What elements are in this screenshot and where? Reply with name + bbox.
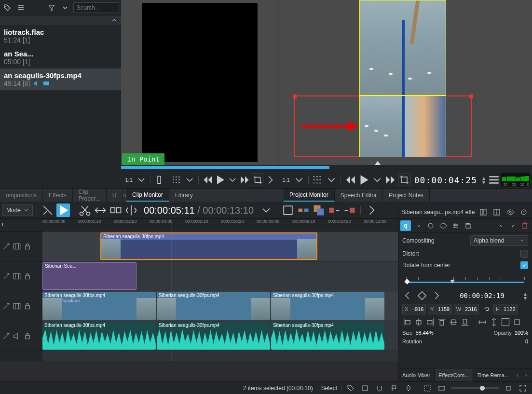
tab-project-monitor[interactable]: Project Monitor [284, 189, 335, 202]
lock-icon[interactable] [23, 302, 32, 311]
next-keyframe-icon[interactable] [431, 290, 442, 301]
align-right-icon[interactable] [425, 317, 435, 327]
add-keyframe-icon[interactable] [417, 290, 427, 301]
composite-icon[interactable] [312, 204, 326, 217]
fullscreen-icon[interactable] [518, 383, 528, 394]
film-icon[interactable] [13, 242, 21, 251]
save-icon[interactable] [463, 220, 474, 231]
rotate-from-center-checkbox[interactable]: ✓ [520, 261, 528, 269]
insert-icon[interactable] [124, 204, 138, 217]
h-field[interactable]: H1122 [493, 304, 518, 314]
track-header-v1[interactable] [0, 291, 42, 321]
menu-icon[interactable] [488, 174, 500, 186]
mix-icon[interactable] [297, 204, 310, 217]
project-timecode[interactable]: 00:00:04:25 [411, 175, 480, 185]
speaker-icon[interactable] [13, 332, 21, 340]
bin-item[interactable]: liotrack.flac 51:24 [1] [0, 25, 121, 47]
fit-both-icon[interactable] [501, 317, 510, 327]
eye-icon[interactable] [438, 220, 449, 231]
effects-icon[interactable] [2, 332, 11, 340]
transform-bbox[interactable] [359, 0, 446, 95]
crop-icon[interactable] [252, 174, 263, 186]
align-left-icon[interactable] [402, 317, 412, 327]
timeline-clip[interactable]: Siberian Sea... [42, 262, 136, 290]
flag-icon[interactable] [389, 383, 399, 394]
project-monitor-ruler[interactable] [278, 166, 329, 169]
keyframe-icon[interactable] [518, 207, 529, 217]
chevron-down-icon[interactable] [227, 174, 238, 186]
rotation-value[interactable]: 0 [525, 339, 528, 344]
timecode-spinner[interactable]: ▴▾ [481, 176, 487, 184]
track-header-a1[interactable] [0, 321, 42, 351]
align-vcenter-icon[interactable] [449, 317, 458, 327]
tab-scroll-left[interactable]: ‹ [513, 368, 522, 381]
compare-icon[interactable] [491, 207, 502, 217]
size-value[interactable]: 58.44% [415, 330, 433, 336]
keyframe-slider[interactable] [402, 273, 528, 287]
link-icon[interactable] [481, 304, 491, 314]
color-tag-icon[interactable] [360, 383, 370, 394]
lock-icon[interactable] [23, 272, 32, 281]
y-field[interactable]: Y1159 [428, 304, 451, 314]
clip-monitor-ruler[interactable] [121, 166, 278, 169]
edit-mode-select[interactable]: Mode [2, 204, 33, 216]
film-icon[interactable] [13, 272, 21, 281]
timeline-position[interactable]: 00:00:05:11 / 00:00:13:10 [140, 204, 258, 216]
bin-item[interactable]: an Sea... 05:00 [1] [0, 47, 121, 68]
chevron-down-icon[interactable] [293, 174, 305, 186]
lock-icon[interactable] [23, 332, 32, 340]
distort-checkbox[interactable] [520, 250, 528, 258]
fit-width-icon[interactable] [477, 317, 487, 327]
zoom-out-icon[interactable] [437, 383, 447, 394]
tab-speech-editor[interactable]: Speech Editor [335, 189, 383, 202]
project-monitor-view[interactable] [278, 0, 532, 165]
timecode-spinner[interactable]: ▴▾ [522, 291, 528, 300]
rewind-icon[interactable] [202, 174, 213, 186]
effects-icon[interactable] [2, 272, 11, 281]
cut-icon[interactable] [78, 204, 92, 217]
move-up-icon[interactable] [494, 220, 505, 231]
tab-effect-compositions[interactable]: Effect/Com... [435, 368, 473, 381]
move-down-icon[interactable] [507, 220, 518, 231]
in-point-icon[interactable] [153, 174, 165, 186]
effects-icon[interactable] [2, 302, 11, 311]
marker-icon[interactable] [403, 383, 414, 394]
timeline-clip[interactable]: Siberian seagulls-30fps.mp4 [271, 322, 384, 350]
tab-clip-monitor[interactable]: Clip Monitor [126, 189, 169, 202]
forward-icon[interactable] [384, 174, 397, 186]
play-icon[interactable] [357, 174, 370, 186]
timeline-clip[interactable]: Siberian seagulls-30fps.mp4 [42, 322, 156, 350]
effect-enabled-toggle[interactable]: q [400, 220, 411, 231]
chevron-down-icon[interactable] [371, 174, 383, 186]
chevron-down-icon[interactable] [413, 220, 423, 231]
chevron-right-icon[interactable] [264, 174, 276, 186]
lock-icon[interactable] [23, 242, 32, 251]
opacity-value[interactable]: 100% [515, 330, 528, 336]
favorite-icon[interactable] [281, 204, 295, 217]
zoom-slider[interactable] [451, 387, 499, 389]
selection-tool-icon[interactable] [56, 204, 70, 217]
crop-icon[interactable] [398, 174, 410, 186]
track-header-v2[interactable] [0, 261, 42, 291]
preset-icon[interactable] [450, 220, 461, 231]
timeline-clip[interactable]: Siberian seagulls-30fps.mp4 [271, 292, 384, 320]
fit-zoom-icon[interactable] [422, 383, 433, 394]
timeline-clip[interactable]: Siberian seagulls-30fps.mp4 Fade in/Tran… [42, 292, 156, 320]
keyframe-icon[interactable] [425, 220, 436, 231]
play-icon[interactable] [214, 174, 226, 186]
zone-in-icon[interactable] [327, 204, 341, 217]
playhead[interactable] [172, 219, 172, 361]
chevron-down-icon[interactable] [184, 174, 195, 186]
filter-icon[interactable] [46, 2, 57, 13]
tab-u[interactable]: U [107, 189, 123, 202]
x-field[interactable]: X-916 [402, 304, 426, 314]
eye-icon[interactable] [505, 207, 516, 217]
deinterlace-icon[interactable] [171, 174, 183, 186]
razor-icon[interactable] [41, 204, 55, 217]
tab-compositions[interactable]: ompositions [0, 189, 43, 202]
prev-keyframe-icon[interactable] [402, 290, 413, 301]
zone-out-icon[interactable] [343, 204, 356, 217]
keyframe-timecode[interactable]: 00:00:02:19 [446, 292, 518, 299]
collapse-icon[interactable] [0, 15, 121, 25]
effects-icon[interactable] [2, 242, 11, 251]
